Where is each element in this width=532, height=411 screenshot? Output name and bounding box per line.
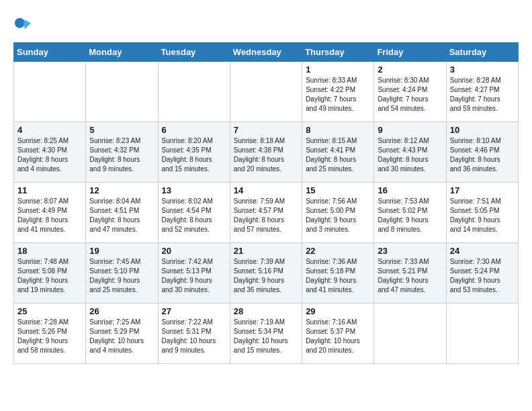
calendar-day-cell: 10Sunrise: 8:10 AM Sunset: 4:46 PM Dayli… bbox=[446, 122, 518, 183]
day-info: Sunrise: 7:25 AM Sunset: 5:29 PM Dayligh… bbox=[89, 318, 154, 355]
calendar-week-row: 11Sunrise: 8:07 AM Sunset: 4:49 PM Dayli… bbox=[14, 183, 519, 243]
day-info: Sunrise: 7:16 AM Sunset: 5:37 PM Dayligh… bbox=[306, 318, 370, 355]
day-number: 22 bbox=[306, 246, 370, 256]
calendar-day-cell: 2Sunrise: 8:30 AM Sunset: 4:24 PM Daylig… bbox=[374, 62, 446, 122]
day-number: 16 bbox=[378, 185, 442, 195]
day-number: 6 bbox=[162, 125, 226, 135]
day-info: Sunrise: 8:20 AM Sunset: 4:35 PM Dayligh… bbox=[162, 136, 226, 174]
day-number: 21 bbox=[234, 246, 298, 256]
day-info: Sunrise: 8:07 AM Sunset: 4:49 PM Dayligh… bbox=[17, 197, 82, 234]
day-info: Sunrise: 8:04 AM Sunset: 4:51 PM Dayligh… bbox=[89, 197, 154, 234]
day-number: 12 bbox=[89, 185, 154, 195]
day-info: Sunrise: 7:19 AM Sunset: 5:34 PM Dayligh… bbox=[234, 318, 298, 355]
day-info: Sunrise: 7:59 AM Sunset: 4:57 PM Dayligh… bbox=[234, 197, 298, 234]
day-number: 24 bbox=[450, 246, 515, 256]
day-number: 13 bbox=[162, 185, 226, 195]
day-info: Sunrise: 8:25 AM Sunset: 4:30 PM Dayligh… bbox=[17, 136, 82, 174]
weekday-header: Saturday bbox=[446, 43, 518, 62]
day-number: 10 bbox=[450, 125, 515, 135]
day-info: Sunrise: 8:28 AM Sunset: 4:27 PM Dayligh… bbox=[450, 76, 515, 113]
day-number: 17 bbox=[450, 185, 515, 195]
calendar-day-cell: 27Sunrise: 7:22 AM Sunset: 5:31 PM Dayli… bbox=[158, 304, 230, 364]
day-number: 20 bbox=[162, 246, 226, 256]
calendar-day-cell: 7Sunrise: 8:18 AM Sunset: 4:38 PM Daylig… bbox=[230, 122, 302, 183]
day-number: 29 bbox=[306, 306, 370, 316]
calendar-day-cell bbox=[230, 62, 302, 122]
calendar-day-cell: 24Sunrise: 7:30 AM Sunset: 5:24 PM Dayli… bbox=[446, 243, 518, 304]
calendar-day-cell: 26Sunrise: 7:25 AM Sunset: 5:29 PM Dayli… bbox=[86, 304, 158, 364]
day-number: 14 bbox=[234, 185, 298, 195]
calendar-day-cell bbox=[446, 304, 518, 364]
day-info: Sunrise: 7:39 AM Sunset: 5:16 PM Dayligh… bbox=[234, 257, 298, 295]
weekday-header: Monday bbox=[86, 43, 158, 62]
calendar-day-cell: 5Sunrise: 8:23 AM Sunset: 4:32 PM Daylig… bbox=[86, 122, 158, 183]
day-info: Sunrise: 8:18 AM Sunset: 4:38 PM Dayligh… bbox=[234, 136, 298, 174]
calendar-day-cell: 25Sunrise: 7:28 AM Sunset: 5:26 PM Dayli… bbox=[14, 304, 86, 364]
day-info: Sunrise: 8:30 AM Sunset: 4:24 PM Dayligh… bbox=[378, 76, 442, 113]
calendar-week-row: 4Sunrise: 8:25 AM Sunset: 4:30 PM Daylig… bbox=[14, 122, 519, 183]
calendar-week-row: 25Sunrise: 7:28 AM Sunset: 5:26 PM Dayli… bbox=[14, 304, 519, 364]
calendar-day-cell: 13Sunrise: 8:02 AM Sunset: 4:54 PM Dayli… bbox=[158, 183, 230, 243]
day-number: 4 bbox=[17, 125, 82, 135]
calendar-day-cell bbox=[374, 304, 446, 364]
calendar-day-cell: 6Sunrise: 8:20 AM Sunset: 4:35 PM Daylig… bbox=[158, 122, 230, 183]
day-number: 1 bbox=[306, 64, 370, 75]
day-number: 8 bbox=[306, 125, 370, 135]
calendar-day-cell: 11Sunrise: 8:07 AM Sunset: 4:49 PM Dayli… bbox=[14, 183, 86, 243]
calendar-table: SundayMondayTuesdayWednesdayThursdayFrid… bbox=[13, 42, 519, 364]
day-number: 26 bbox=[89, 306, 154, 316]
day-info: Sunrise: 7:22 AM Sunset: 5:31 PM Dayligh… bbox=[162, 318, 226, 355]
logo bbox=[13, 17, 35, 36]
calendar-day-cell: 21Sunrise: 7:39 AM Sunset: 5:16 PM Dayli… bbox=[230, 243, 302, 304]
day-number: 5 bbox=[89, 125, 154, 135]
page-header bbox=[13, 13, 519, 36]
day-info: Sunrise: 7:36 AM Sunset: 5:18 PM Dayligh… bbox=[306, 257, 370, 295]
day-info: Sunrise: 7:56 AM Sunset: 5:00 PM Dayligh… bbox=[306, 197, 370, 234]
calendar-day-cell: 14Sunrise: 7:59 AM Sunset: 4:57 PM Dayli… bbox=[230, 183, 302, 243]
weekday-header: Tuesday bbox=[158, 43, 230, 62]
weekday-header: Friday bbox=[374, 43, 446, 62]
day-number: 3 bbox=[450, 64, 515, 75]
day-info: Sunrise: 7:42 AM Sunset: 5:13 PM Dayligh… bbox=[162, 257, 226, 295]
day-number: 28 bbox=[234, 306, 298, 316]
calendar-day-cell: 29Sunrise: 7:16 AM Sunset: 5:37 PM Dayli… bbox=[302, 304, 374, 364]
calendar-week-row: 18Sunrise: 7:48 AM Sunset: 5:08 PM Dayli… bbox=[14, 243, 519, 304]
calendar-day-cell: 15Sunrise: 7:56 AM Sunset: 5:00 PM Dayli… bbox=[302, 183, 374, 243]
calendar-day-cell: 20Sunrise: 7:42 AM Sunset: 5:13 PM Dayli… bbox=[158, 243, 230, 304]
day-info: Sunrise: 8:15 AM Sunset: 4:41 PM Dayligh… bbox=[306, 136, 370, 174]
svg-marker-1 bbox=[24, 19, 31, 30]
calendar-day-cell: 12Sunrise: 8:04 AM Sunset: 4:51 PM Dayli… bbox=[86, 183, 158, 243]
calendar-day-cell: 16Sunrise: 7:53 AM Sunset: 5:02 PM Dayli… bbox=[374, 183, 446, 243]
day-number: 2 bbox=[378, 64, 442, 75]
calendar-day-cell: 1Sunrise: 8:33 AM Sunset: 4:22 PM Daylig… bbox=[302, 62, 374, 122]
calendar-day-cell bbox=[86, 62, 158, 122]
calendar-week-row: 1Sunrise: 8:33 AM Sunset: 4:22 PM Daylig… bbox=[14, 62, 519, 122]
calendar-day-cell: 3Sunrise: 8:28 AM Sunset: 4:27 PM Daylig… bbox=[446, 62, 518, 122]
day-info: Sunrise: 7:28 AM Sunset: 5:26 PM Dayligh… bbox=[17, 318, 82, 355]
calendar-day-cell: 28Sunrise: 7:19 AM Sunset: 5:34 PM Dayli… bbox=[230, 304, 302, 364]
day-info: Sunrise: 8:12 AM Sunset: 4:43 PM Dayligh… bbox=[378, 136, 442, 174]
day-number: 27 bbox=[162, 306, 226, 316]
day-info: Sunrise: 7:51 AM Sunset: 5:05 PM Dayligh… bbox=[450, 197, 515, 234]
day-info: Sunrise: 8:10 AM Sunset: 4:46 PM Dayligh… bbox=[450, 136, 515, 174]
calendar-day-cell: 18Sunrise: 7:48 AM Sunset: 5:08 PM Dayli… bbox=[14, 243, 86, 304]
calendar-day-cell: 4Sunrise: 8:25 AM Sunset: 4:30 PM Daylig… bbox=[14, 122, 86, 183]
logo-icon bbox=[13, 17, 32, 36]
svg-point-0 bbox=[15, 18, 25, 28]
calendar-day-cell: 22Sunrise: 7:36 AM Sunset: 5:18 PM Dayli… bbox=[302, 243, 374, 304]
calendar-day-cell: 19Sunrise: 7:45 AM Sunset: 5:10 PM Dayli… bbox=[86, 243, 158, 304]
day-number: 19 bbox=[89, 246, 154, 256]
day-info: Sunrise: 7:33 AM Sunset: 5:21 PM Dayligh… bbox=[378, 257, 442, 295]
day-info: Sunrise: 8:33 AM Sunset: 4:22 PM Dayligh… bbox=[306, 76, 370, 113]
day-info: Sunrise: 7:45 AM Sunset: 5:10 PM Dayligh… bbox=[89, 257, 154, 295]
day-number: 23 bbox=[378, 246, 442, 256]
weekday-header: Sunday bbox=[14, 43, 86, 62]
day-number: 18 bbox=[17, 246, 82, 256]
calendar-day-cell: 17Sunrise: 7:51 AM Sunset: 5:05 PM Dayli… bbox=[446, 183, 518, 243]
day-number: 7 bbox=[234, 125, 298, 135]
day-info: Sunrise: 7:53 AM Sunset: 5:02 PM Dayligh… bbox=[378, 197, 442, 234]
day-number: 11 bbox=[17, 185, 82, 195]
calendar-header-row: SundayMondayTuesdayWednesdayThursdayFrid… bbox=[14, 43, 519, 62]
day-number: 25 bbox=[17, 306, 82, 316]
day-info: Sunrise: 8:02 AM Sunset: 4:54 PM Dayligh… bbox=[162, 197, 226, 234]
